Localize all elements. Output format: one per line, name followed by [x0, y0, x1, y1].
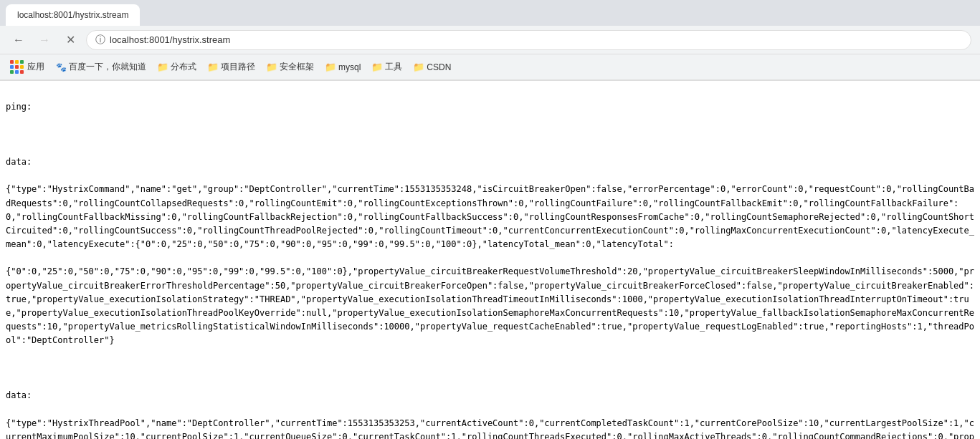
- back-button[interactable]: ←: [9, 30, 29, 50]
- apps-grid-icon: [10, 60, 24, 74]
- ping-line-1: ping:: [6, 100, 974, 114]
- bookmark-project-label: 项目路径: [221, 61, 255, 73]
- empty-line-1: [6, 128, 974, 142]
- folder-icon-4: 📁: [325, 62, 336, 72]
- folder-icon-1: 📁: [158, 62, 168, 72]
- empty-line-2: [6, 362, 974, 375]
- bookmark-project[interactable]: 📁 项目路径: [204, 59, 260, 76]
- bookmark-security-label: 安全框架: [280, 61, 314, 73]
- bookmark-baidu[interactable]: 🐾 百度一下，你就知道: [52, 59, 151, 76]
- info-icon: ⓘ: [95, 34, 105, 47]
- bookmark-tools-label: 工具: [385, 61, 402, 73]
- active-tab[interactable]: localhost:8001/hystrix.stream: [6, 4, 140, 26]
- forward-button[interactable]: →: [34, 30, 54, 50]
- data-label-1: data:: [6, 155, 974, 169]
- data-content-1a: {"type":"HystrixCommand","name":"get","g…: [6, 183, 974, 251]
- bookmark-csdn-label: CSDN: [427, 62, 451, 72]
- nav-bar: ← → ✕ ⓘ localhost:8001/hystrix.stream: [0, 26, 980, 54]
- folder-icon-3: 📁: [267, 62, 277, 72]
- bookmark-tools[interactable]: 📁 工具: [368, 59, 406, 76]
- browser-chrome: localhost:8001/hystrix.stream ← → ✕ ⓘ lo…: [0, 0, 980, 81]
- bookmark-security[interactable]: 📁 安全框架: [262, 59, 318, 76]
- bookmark-mysql-label: mysql: [338, 62, 361, 72]
- data-label-2: data:: [6, 389, 974, 402]
- apps-button[interactable]: 应用: [6, 59, 49, 76]
- bookmarks-bar: 应用 🐾 百度一下，你就知道 📁 分布式 📁 项目路径 📁 安全框架 📁 mys…: [0, 54, 980, 80]
- folder-icon-2: 📁: [208, 62, 218, 72]
- data-content-2: {"type":"HystrixThreadPool","name":"Dept…: [6, 417, 974, 440]
- folder-icon-5: 📁: [372, 62, 382, 72]
- bookmark-distributed[interactable]: 📁 分布式: [153, 59, 201, 76]
- baidu-label: 百度一下，你就知道: [69, 61, 146, 73]
- bookmark-distributed-label: 分布式: [171, 61, 196, 73]
- tab-bar: localhost:8001/hystrix.stream: [0, 0, 980, 26]
- page-content: ping: data: {"type":"HystrixCommand","na…: [0, 81, 980, 439]
- bookmark-mysql[interactable]: 📁 mysql: [321, 59, 365, 76]
- baidu-icon: 🐾: [56, 62, 66, 72]
- bookmark-csdn[interactable]: 📁 CSDN: [409, 59, 455, 76]
- url-text: localhost:8001/hystrix.stream: [110, 34, 230, 45]
- data-content-1b: {"0":0,"25":0,"50":0,"75":0,"90":0,"95":…: [6, 265, 974, 347]
- address-bar[interactable]: ⓘ localhost:8001/hystrix.stream: [86, 30, 971, 50]
- apps-label: 应用: [27, 61, 44, 73]
- close-button[interactable]: ✕: [60, 30, 80, 50]
- tab-title: localhost:8001/hystrix.stream: [17, 10, 128, 20]
- folder-icon-6: 📁: [414, 62, 424, 72]
